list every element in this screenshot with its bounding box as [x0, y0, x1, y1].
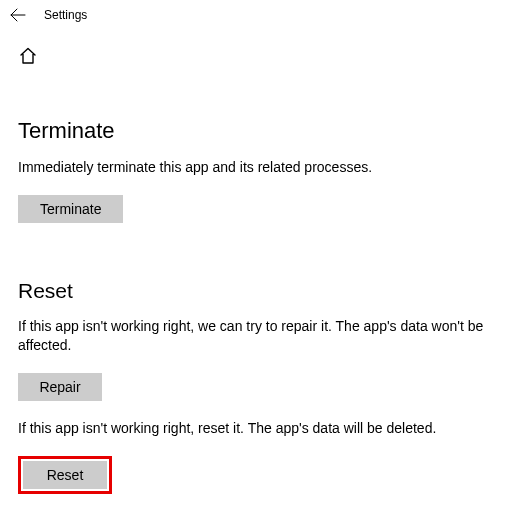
home-icon[interactable] [18, 52, 38, 69]
repair-description: If this app isn't working right, we can … [18, 317, 488, 355]
terminate-button[interactable]: Terminate [18, 195, 123, 223]
window-header: Settings [0, 0, 523, 22]
terminate-heading: Terminate [18, 118, 505, 144]
repair-button[interactable]: Repair [18, 373, 102, 401]
back-icon[interactable] [10, 8, 26, 22]
reset-highlight: Reset [18, 456, 112, 494]
content-area: Terminate Immediately terminate this app… [0, 118, 523, 494]
reset-heading: Reset [18, 279, 505, 303]
reset-button[interactable]: Reset [23, 461, 107, 489]
window-title: Settings [44, 8, 87, 22]
terminate-description: Immediately terminate this app and its r… [18, 158, 488, 177]
reset-description: If this app isn't working right, reset i… [18, 419, 488, 438]
